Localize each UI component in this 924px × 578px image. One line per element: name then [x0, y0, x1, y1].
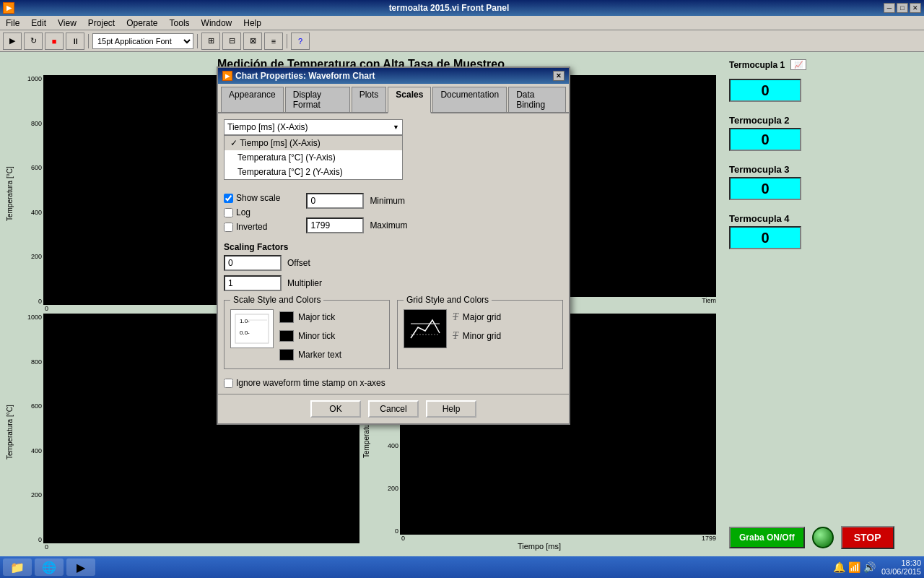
tc1-label: Termocupla 1	[729, 60, 785, 70]
style-groups: Scale Style and Colors 1.0- 0.0-	[224, 296, 563, 374]
svg-text:0.0-: 0.0-	[240, 329, 250, 336]
scaling-factors-section: Scaling Factors Offset Multiplier	[224, 242, 563, 291]
distribute-button[interactable]: ⊟	[222, 33, 241, 50]
title-bar: ▶ termoalta 2015.vi Front Panel ─ □ ✕	[0, 0, 924, 16]
major-tick-swatch[interactable]	[279, 311, 294, 323]
main-content: Medición de Temperatura con Alta Tasa de…	[0, 52, 924, 556]
menu-project[interactable]: Project	[82, 17, 121, 30]
run-cont-button[interactable]: ↻	[24, 33, 43, 50]
dropdown-arrow-icon: ▼	[393, 124, 399, 131]
show-scale-checkbox[interactable]	[224, 194, 233, 203]
checkbox-row: trueShow scale Log Inverted Minimum	[224, 193, 563, 238]
multiplier-label: Multiplier	[287, 278, 331, 288]
offset-label: Offset	[287, 258, 331, 268]
tab-display-format[interactable]: Display Format	[285, 87, 350, 112]
order-button[interactable]: ≡	[264, 33, 283, 50]
align-button[interactable]: ⊞	[201, 33, 220, 50]
log-label[interactable]: Log	[224, 207, 280, 217]
multiplier-row: Multiplier	[224, 275, 563, 291]
tab-data-binding[interactable]: Data Binding	[508, 87, 566, 112]
minor-grid-label: Minor grid	[463, 331, 501, 341]
minimum-input[interactable]	[306, 193, 364, 209]
toolbar: ▶ ↻ ■ ⏸ 15pt Application Font ⊞ ⊟ ⊠ ≡ ?	[0, 30, 924, 52]
maximize-button[interactable]: □	[897, 3, 908, 13]
inverted-label[interactable]: Inverted	[224, 222, 280, 232]
taskbar-app-icon-1: 📁	[10, 561, 25, 574]
tc3-label: Termocupla 3	[729, 164, 917, 175]
taskbar-app-3[interactable]: ▶	[66, 558, 95, 576]
maximum-label: Maximum	[370, 220, 413, 230]
ignore-timestamp-row: Ignore waveform time stamp on x-axes	[224, 378, 563, 388]
taskbar-app-2[interactable]: 🌐	[35, 558, 64, 576]
show-scale-label[interactable]: trueShow scale	[224, 193, 280, 203]
menu-tools[interactable]: Tools	[164, 17, 196, 30]
taskbar: 📁 🌐 ▶ 🔔 📶 🔊 18:30 03/06/2015	[0, 556, 924, 578]
dialog-titlebar: ▶ Chart Properties: Waveform Chart ✕	[218, 68, 569, 84]
minor-tick-row: Minor tick	[279, 330, 341, 342]
chart3-yticks: 10008006004002000	[17, 314, 43, 543]
marker-text-label: Marker text	[298, 350, 341, 360]
menu-view[interactable]: View	[52, 17, 82, 30]
chart1-ylabel: Temperatura [°C]	[6, 75, 17, 312]
inverted-checkbox[interactable]	[224, 223, 233, 232]
minimize-button[interactable]: ─	[884, 3, 895, 13]
log-checkbox[interactable]	[224, 208, 233, 217]
offset-input[interactable]	[224, 255, 282, 271]
multiplier-input[interactable]	[224, 275, 282, 291]
taskbar-time: 18:30 03/06/2015	[881, 558, 921, 576]
pause-button[interactable]: ⏸	[66, 33, 84, 50]
ignore-timestamp-label[interactable]: Ignore waveform time stamp on x-axes	[224, 378, 563, 388]
right-panel: Termocupla 1 📈 0 Termocupla 2 0 Termocup…	[722, 52, 924, 556]
grid-preview-svg	[407, 313, 443, 345]
check-mark-icon: ✓	[230, 138, 240, 148]
menu-file[interactable]: File	[0, 17, 25, 30]
dialog-title-text: Chart Properties: Waveform Chart	[235, 71, 375, 81]
scale-dropdown[interactable]: Tiempo [ms] (X-Axis) ▼	[224, 119, 403, 135]
grid-items: T Major grid T Minor grid	[453, 309, 501, 344]
maximum-input[interactable]	[306, 217, 364, 233]
tc4-label: Termocupla 4	[729, 213, 917, 224]
chart4-xticks: 0 1799	[374, 535, 716, 542]
font-selector[interactable]: 15pt Application Font	[92, 33, 193, 49]
abort-button[interactable]: ■	[45, 33, 64, 50]
tc4-section: Termocupla 4 0	[729, 213, 917, 249]
cancel-button[interactable]: Cancel	[368, 400, 419, 418]
dropdown-option-1[interactable]: ✓ Tiempo [ms] (X-Axis)	[225, 136, 402, 150]
chart3-ylabel: Temperatura [°C]	[6, 314, 17, 551]
help-dialog-button[interactable]: Help	[426, 400, 476, 418]
stop-button[interactable]: STOP	[841, 526, 894, 549]
tab-scales[interactable]: Scales	[388, 87, 431, 113]
major-grid-t-icon: T	[453, 311, 458, 323]
maximum-row: Maximum	[306, 217, 413, 233]
graba-button[interactable]: Graba ON/Off	[729, 527, 805, 548]
close-button[interactable]: ✕	[910, 3, 921, 13]
menu-help[interactable]: Help	[237, 17, 267, 30]
scaling-factors-label: Scaling Factors	[224, 242, 563, 252]
tc1-chart-icon: 📈	[790, 59, 806, 70]
taskbar-app-1[interactable]: 📁	[3, 558, 32, 576]
tab-plots[interactable]: Plots	[352, 87, 387, 112]
grid-style-group: Grid Style and Colors	[397, 300, 563, 369]
ok-button[interactable]: OK	[310, 400, 361, 418]
scale-style-content: 1.0- 0.0- Major tick	[230, 306, 383, 363]
menu-edit[interactable]: Edit	[25, 17, 52, 30]
minor-tick-swatch[interactable]	[279, 330, 294, 342]
resize-button[interactable]: ⊠	[243, 33, 262, 50]
run-button[interactable]: ▶	[3, 33, 22, 50]
tab-appearance[interactable]: Appearance	[221, 87, 284, 112]
menu-window[interactable]: Window	[196, 17, 238, 30]
help-button[interactable]: ?	[291, 33, 310, 50]
dropdown-option-2[interactable]: Temperatura [°C] (Y-Axis)	[225, 150, 402, 165]
taskbar-right: 🔔 📶 🔊 18:30 03/06/2015	[833, 558, 921, 576]
led-indicator	[812, 527, 834, 548]
dialog-close-button[interactable]: ✕	[553, 71, 565, 81]
tab-documentation[interactable]: Documentation	[432, 87, 507, 112]
marker-text-swatch[interactable]	[279, 349, 294, 361]
scale-preview: 1.0- 0.0-	[230, 309, 274, 348]
minor-tick-label: Minor tick	[298, 331, 335, 341]
dropdown-option-3[interactable]: Temperatura [°C] 2 (Y-Axis)	[225, 165, 402, 179]
scale-dropdown-section: Tiempo [ms] (X-Axis) ▼ ✓ Tiempo [ms] (X-…	[224, 119, 563, 135]
ignore-timestamp-checkbox[interactable]	[224, 379, 233, 388]
tc2-label: Termocupla 2	[729, 115, 917, 126]
menu-operate[interactable]: Operate	[121, 17, 163, 30]
